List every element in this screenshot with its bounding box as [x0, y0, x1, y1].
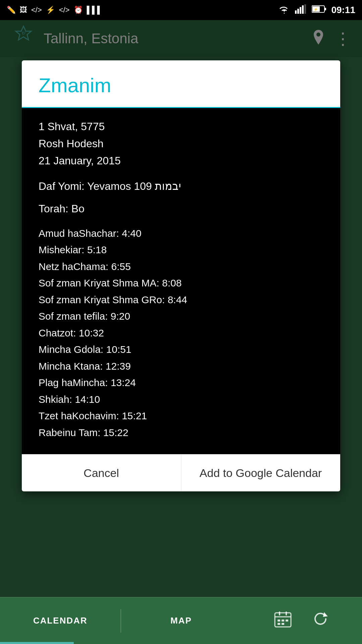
status-icons-left: ✏️ 🖼 </> ⚡ </> ⏰ ▌▌▌ — [7, 6, 102, 14]
svg-rect-14 — [286, 611, 287, 615]
zman-item-1: Mishekiar: 5:18 — [39, 241, 323, 258]
zman-item-2: Netz haChama: 6:55 — [39, 258, 323, 275]
status-time: 09:11 — [331, 5, 355, 15]
nav-icons — [241, 610, 362, 631]
code-icon: </> — [31, 6, 42, 14]
zman-item-9: Plag haMincha: 13:24 — [39, 374, 323, 391]
nav-calendar[interactable]: CALENDAR — [0, 615, 121, 626]
zman-item-0: Amud haShachar: 4:40 — [39, 225, 323, 242]
zman-item-5: Sof zman tefila: 9:20 — [39, 308, 323, 325]
svg-rect-18 — [278, 623, 280, 625]
dialog-content: 1 Shvat, 5775 Rosh Hodesh 21 January, 20… — [22, 108, 340, 454]
dialog-title: Zmanim — [39, 74, 111, 97]
svg-text:⚡: ⚡ — [313, 7, 318, 12]
wifi-icon — [278, 4, 290, 16]
svg-rect-1 — [297, 9, 299, 14]
signal-icon — [295, 4, 307, 16]
code2-icon: </> — [59, 6, 70, 14]
zman-item-7: Mincha Gdola: 10:51 — [39, 341, 323, 358]
dialog-title-bar: Zmanim — [22, 60, 340, 108]
svg-marker-20 — [324, 613, 326, 616]
svg-rect-17 — [286, 620, 288, 622]
image-icon: 🖼 — [20, 6, 27, 14]
calendar-label: CALENDAR — [33, 615, 87, 626]
edit-icon: ✏️ — [7, 6, 16, 14]
svg-rect-4 — [304, 4, 306, 14]
zman-item-4: Sof zman Kriyat Shma GRo: 8:44 — [39, 291, 323, 308]
dialog-buttons: Cancel Add to Google Calendar — [22, 454, 340, 491]
torah: Torah: Bo — [39, 203, 323, 215]
zman-item-8: Mincha Ktana: 12:39 — [39, 358, 323, 375]
svg-rect-19 — [282, 623, 284, 625]
progress-bar — [0, 642, 74, 644]
daf-yomi: Daf Yomi: Yevamos 109 יבמות — [39, 180, 323, 193]
zmanim-dialog: Zmanim 1 Shvat, 5775 Rosh Hodesh 21 Janu… — [22, 60, 340, 491]
date-gregorian: 21 January, 2015 — [39, 152, 323, 169]
svg-rect-13 — [279, 611, 280, 615]
usb-icon: ⚡ — [46, 6, 55, 14]
nav-map[interactable]: MAP — [121, 615, 242, 626]
svg-rect-16 — [282, 620, 284, 622]
zman-item-10: Shkiah: 14:10 — [39, 391, 323, 408]
battery-icon: ⚡ — [312, 5, 326, 16]
calendar-icon[interactable] — [274, 610, 292, 631]
zman-item-3: Sof zman Kriyat Shma MA: 8:08 — [39, 275, 323, 291]
svg-rect-15 — [278, 620, 280, 622]
svg-rect-2 — [300, 7, 301, 14]
map-label: MAP — [171, 615, 192, 626]
svg-rect-0 — [295, 10, 297, 14]
bottom-nav: CALENDAR MAP — [0, 597, 362, 644]
date-hebrew: 1 Shvat, 5775 — [39, 118, 323, 135]
zman-item-12: Rabeinu Tam: 15:22 — [39, 424, 323, 441]
barcode-icon: ▌▌▌ — [87, 6, 103, 14]
clock-icon: ⏰ — [74, 6, 83, 14]
zman-item-11: Tzet haKochavim: 15:21 — [39, 408, 323, 424]
zman-item-6: Chatzot: 10:32 — [39, 325, 323, 341]
refresh-icon[interactable] — [312, 610, 329, 631]
add-to-calendar-button[interactable]: Add to Google Calendar — [181, 454, 341, 491]
cancel-button[interactable]: Cancel — [22, 454, 181, 491]
zmanim-list: Amud haShachar: 4:40Mishekiar: 5:18Netz … — [39, 225, 323, 441]
date-info: 1 Shvat, 5775 Rosh Hodesh 21 January, 20… — [39, 118, 323, 170]
status-bar: ✏️ 🖼 </> ⚡ </> ⏰ ▌▌▌ — [0, 0, 362, 20]
svg-rect-6 — [324, 8, 326, 10]
date-special: Rosh Hodesh — [39, 135, 323, 152]
status-icons-right: ⚡ 09:11 — [278, 4, 355, 16]
svg-rect-3 — [302, 5, 304, 14]
